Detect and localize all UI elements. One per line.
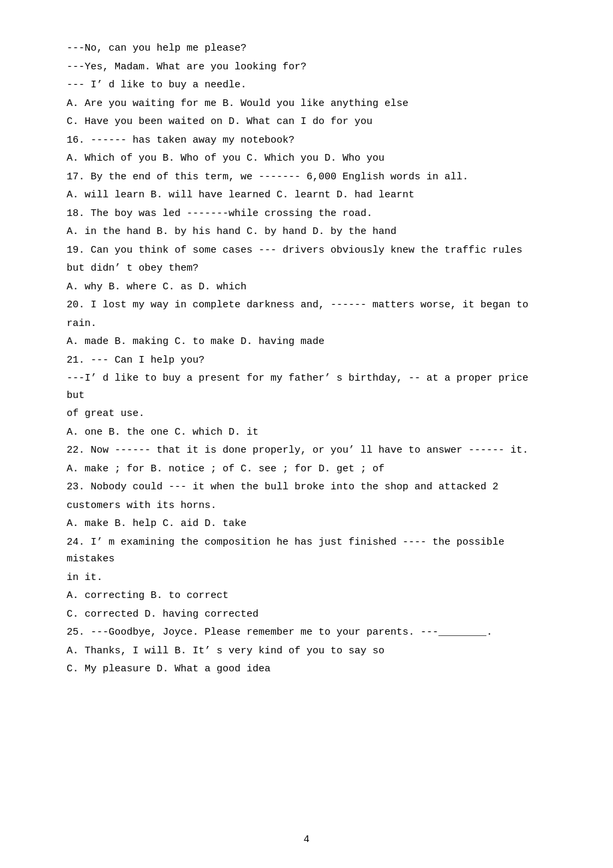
content-line: 19. Can you think of some cases --- driv… — [67, 242, 546, 259]
content-line: of great use. — [67, 405, 546, 423]
content-line: 16. ------ has taken away my notebook? — [67, 132, 546, 149]
content-line: 23. Nobody could --- it when the bull br… — [67, 479, 546, 496]
content-line: 17. By the end of this term, we ------- … — [67, 169, 546, 186]
content-line: A. why B. where C. as D. which — [67, 279, 546, 296]
content-line: A. one B. the one C. which D. it — [67, 424, 546, 441]
page-container: ---No, can you help me please? ---Yes, M… — [0, 0, 613, 868]
content-line: 25. ---Goodbye, Joyce. Please remember m… — [67, 624, 546, 641]
content-line: C. corrected D. having corrected — [67, 606, 546, 623]
content-line: customers with its horns. — [67, 497, 546, 515]
content-line: 20. I lost my way in complete darkness a… — [67, 297, 546, 314]
content-line: A. make B. help C. aid D. take — [67, 515, 546, 533]
content-line: ---Yes, Madam. What are you looking for? — [67, 59, 546, 76]
content-line: ---No, can you help me please? — [67, 40, 546, 57]
content-line: A. Are you waiting for me B. Would you l… — [67, 95, 546, 113]
content-line: but didn’ t obey them? — [67, 260, 546, 277]
content-line: C. Have you been waited on D. What can I… — [67, 113, 546, 131]
content-line: C. My pleasure D. What a good idea — [67, 661, 546, 678]
content-line: A. make ; for B. notice ; of C. see ; fo… — [67, 461, 546, 478]
content-line: A. will learn B. will have learned C. le… — [67, 187, 546, 204]
content-line: A. Thanks, I will B. It’ s very kind of … — [67, 643, 546, 660]
content-line: A. made B. making C. to make D. having m… — [67, 333, 546, 351]
content-line: A. correcting B. to correct — [67, 587, 546, 605]
content-line: 22. Now ------ that it is done properly,… — [67, 442, 546, 459]
content-line: A. Which of you B. Who of you C. Which y… — [67, 150, 546, 167]
content-line: 24. I’ m examining the composition he ha… — [67, 534, 546, 568]
content-line: 18. The boy was led -------while crossin… — [67, 205, 546, 223]
page-number: 4 — [303, 831, 309, 849]
content-area: ---No, can you help me please? ---Yes, M… — [67, 40, 546, 678]
content-line: A. in the hand B. by his hand C. by hand… — [67, 223, 546, 241]
content-line: rain. — [67, 315, 546, 333]
content-line: 21. --- Can I help you? — [67, 352, 546, 369]
content-line: ---I’ d like to buy a present for my fat… — [67, 370, 546, 404]
content-line: --- I’ d like to buy a needle. — [67, 77, 546, 94]
content-line: in it. — [67, 569, 546, 587]
